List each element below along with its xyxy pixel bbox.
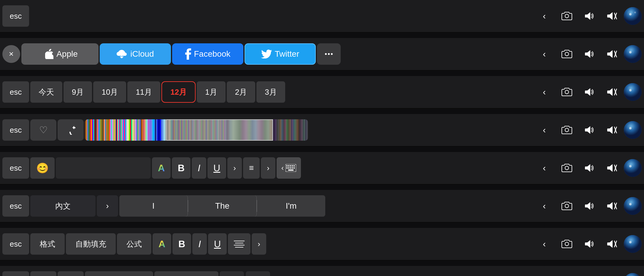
- mute-icon[interactable]: [601, 271, 623, 276]
- suggestion-2[interactable]: The: [188, 195, 257, 217]
- mute-icon[interactable]: [601, 157, 623, 179]
- chevron-left-icon[interactable]: ‹: [534, 157, 555, 179]
- mute-icon[interactable]: [601, 43, 623, 65]
- list-chevron-button[interactable]: ›: [261, 157, 275, 179]
- camera-icon[interactable]: [556, 119, 578, 141]
- avatar[interactable]: [624, 83, 642, 101]
- touchbar-row-8: esc 縮放至適當大小 略過幻燈片: [0, 266, 644, 276]
- esc-button[interactable]: esc: [2, 119, 29, 141]
- up-arrow-button[interactable]: [30, 271, 56, 276]
- num-color-a-icon: A: [158, 239, 165, 250]
- font-color-button[interactable]: A: [152, 157, 171, 179]
- camera-icon[interactable]: [556, 43, 578, 65]
- esc-button[interactable]: esc: [2, 271, 29, 276]
- rotate-button[interactable]: [58, 119, 84, 141]
- down-arrow-button[interactable]: [58, 271, 84, 276]
- text-align-chevron-button[interactable]: ›: [252, 233, 266, 255]
- volume-icon[interactable]: [579, 81, 600, 103]
- volume-icon[interactable]: [579, 233, 600, 255]
- suggestion-1[interactable]: I: [119, 195, 188, 217]
- avatar[interactable]: [624, 273, 642, 276]
- suggestion-3[interactable]: I'm: [257, 195, 325, 217]
- esc-button[interactable]: esc: [2, 5, 29, 27]
- keyboard-icon: [285, 164, 296, 172]
- list-button[interactable]: ≡: [243, 157, 260, 179]
- esc-button[interactable]: esc: [2, 157, 29, 179]
- exit-fullscreen-button[interactable]: [246, 271, 270, 276]
- cal-nov[interactable]: 11月: [127, 81, 160, 103]
- tab-facebook[interactable]: Facebook: [172, 43, 243, 65]
- avatar[interactable]: [624, 121, 642, 139]
- volume-icon[interactable]: [579, 43, 600, 65]
- bold-button[interactable]: B: [172, 157, 191, 179]
- chevron-left-icon[interactable]: ‹: [534, 195, 555, 217]
- esc-button[interactable]: esc: [2, 233, 29, 255]
- cal-mar[interactable]: 3月: [256, 81, 285, 103]
- avatar[interactable]: [624, 7, 642, 25]
- autofill-button[interactable]: 自動填充: [66, 233, 116, 255]
- more-format-button[interactable]: ›: [227, 157, 242, 179]
- esc-button[interactable]: esc: [2, 81, 29, 103]
- avatar[interactable]: [624, 45, 642, 63]
- num-italic-button[interactable]: I: [192, 233, 207, 255]
- camera-icon[interactable]: [556, 81, 578, 103]
- num-font-color-button[interactable]: A: [153, 233, 171, 255]
- camera-icon[interactable]: [556, 157, 578, 179]
- tab-close-button[interactable]: ×: [2, 45, 20, 63]
- mute-icon[interactable]: [601, 233, 623, 255]
- emoji-button[interactable]: 😊: [30, 157, 55, 179]
- volume-icon[interactable]: [579, 195, 600, 217]
- right-icons-row3: ‹: [534, 81, 642, 103]
- italic-button[interactable]: I: [192, 157, 206, 179]
- num-bold-button[interactable]: B: [172, 233, 191, 255]
- camera-icon[interactable]: [556, 271, 578, 276]
- keyboard-toggle-button[interactable]: ‹: [277, 157, 301, 179]
- chevron-left-icon[interactable]: ‹: [534, 119, 555, 141]
- fit-to-size-button[interactable]: 縮放至適當大小: [85, 271, 153, 276]
- avatar[interactable]: [624, 197, 642, 215]
- camera-icon[interactable]: [556, 233, 578, 255]
- tab-icloud[interactable]: iCloud: [100, 43, 171, 65]
- num-underline-button[interactable]: U: [208, 233, 227, 255]
- enter-fullscreen-button[interactable]: [220, 271, 244, 276]
- cal-jan[interactable]: 1月: [197, 81, 225, 103]
- photo-scrubber[interactable]: [85, 119, 308, 141]
- chevron-left-icon[interactable]: ‹: [534, 271, 555, 276]
- text-align-button[interactable]: [228, 233, 250, 255]
- mute-icon[interactable]: [601, 81, 623, 103]
- volume-icon[interactable]: [579, 271, 600, 276]
- skip-slide-button[interactable]: 略過幻燈片: [154, 271, 218, 276]
- volume-icon[interactable]: [579, 157, 600, 179]
- camera-icon[interactable]: [556, 5, 578, 27]
- mute-icon[interactable]: [601, 195, 623, 217]
- tab-apple[interactable]: Apple: [21, 43, 99, 65]
- svg-point-4: [634, 12, 636, 13]
- content-chevron-button[interactable]: ›: [97, 195, 118, 217]
- chevron-left-icon[interactable]: ‹: [534, 5, 555, 27]
- avatar[interactable]: [624, 235, 642, 253]
- format-button[interactable]: 格式: [30, 233, 65, 255]
- cal-sep[interactable]: 9月: [64, 81, 92, 103]
- cal-oct[interactable]: 10月: [93, 81, 126, 103]
- cal-dec[interactable]: 12月: [161, 81, 196, 103]
- volume-icon[interactable]: [579, 119, 600, 141]
- mute-icon[interactable]: [601, 119, 623, 141]
- mute-icon[interactable]: [601, 5, 623, 27]
- svg-rect-23: [288, 165, 289, 166]
- chevron-left-icon[interactable]: ‹: [534, 81, 555, 103]
- more-tabs-button[interactable]: [317, 43, 341, 65]
- cal-feb[interactable]: 2月: [227, 81, 255, 103]
- chevron-left-icon[interactable]: ‹: [534, 233, 555, 255]
- cal-today[interactable]: 今天: [30, 81, 62, 103]
- num-italic-icon: I: [198, 239, 201, 250]
- avatar[interactable]: [624, 159, 642, 177]
- formula-button[interactable]: 公式: [117, 233, 151, 255]
- tab-twitter[interactable]: Twitter: [245, 43, 316, 65]
- camera-icon[interactable]: [556, 195, 578, 217]
- esc-button[interactable]: esc: [2, 195, 29, 217]
- twitter-tab-label: Twitter: [275, 49, 299, 59]
- volume-icon[interactable]: [579, 5, 600, 27]
- underline-button[interactable]: U: [207, 157, 226, 179]
- heart-button[interactable]: ♡: [30, 119, 56, 141]
- chevron-left-icon[interactable]: ‹: [534, 43, 555, 65]
